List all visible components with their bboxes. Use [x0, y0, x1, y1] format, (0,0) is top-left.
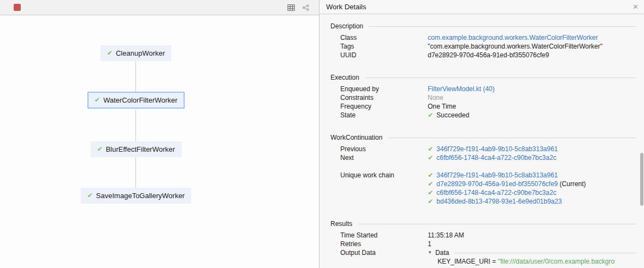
- node-label: WaterColorFilterWorker: [103, 96, 178, 105]
- state-value: Succeeded: [436, 111, 469, 119]
- detail-row-chain-2: ✔c6fbf656-1748-4ca4-a722-c90be7bc3a2c: [320, 188, 644, 197]
- data-value: "file:///data/user/0/com.example.backgro: [498, 257, 615, 266]
- data-equals: =: [491, 257, 498, 266]
- section-work-continuation: WorkContinuation Previous ✔346f729e-f191…: [320, 133, 644, 206]
- next-work-link[interactable]: c6fbf656-1748-4ca4-a722-c90be7bc3a2c: [436, 154, 557, 162]
- graph-edge: [135, 110, 136, 141]
- chain-work-link[interactable]: 346f729e-f191-4ab9-9b10-5c8ab313a961: [436, 171, 558, 179]
- detail-row-chain-0: Unique work chain ✔346f729e-f191-4ab9-9b…: [320, 171, 644, 180]
- graph-node-watercolor-filter-worker[interactable]: ✔ WaterColorFilterWorker: [87, 92, 185, 109]
- frequency-value: One Time: [428, 102, 644, 111]
- divider: [454, 253, 636, 253]
- section-heading-label: WorkContinuation: [330, 133, 382, 142]
- row-label: Next: [340, 153, 428, 162]
- section-heading-label: Execution: [330, 73, 359, 82]
- section-heading-label: Description: [330, 22, 363, 31]
- success-check-icon: ✔: [97, 145, 103, 154]
- vertical-scrollbar[interactable]: [640, 153, 643, 206]
- chain-work-link[interactable]: bd436ded-8b13-4798-93e1-6e9ed01b9a23: [436, 198, 562, 205]
- detail-row-enqueued-by: Enqueued by FilterViewModel.kt (40): [320, 85, 644, 93]
- section-results: Results Time Started 11:35:18 AM Retries…: [320, 219, 644, 266]
- row-label: Previous: [340, 145, 428, 153]
- chain-current-suffix: (Current): [558, 180, 586, 188]
- retries-value: 1: [428, 240, 644, 248]
- work-details-panel: Work Details ✕ Description Class com.exa…: [320, 0, 644, 268]
- detail-row-tags: Tags "com.example.background.workers.Wat…: [320, 42, 644, 51]
- graph-node-cleanup-worker[interactable]: ✔ CleanupWorker: [101, 45, 172, 61]
- row-label: Output Data: [340, 248, 428, 257]
- success-check-icon: ✔: [428, 145, 433, 153]
- row-label: Frequency: [340, 102, 428, 111]
- stop-icon[interactable]: [14, 4, 21, 11]
- tags-value: "com.example.background.workers.WaterCol…: [428, 42, 644, 51]
- row-label: Class: [340, 33, 428, 42]
- success-check-icon: ✔: [428, 171, 433, 179]
- success-check-icon: ✔: [428, 180, 433, 188]
- detail-row-uuid: UUID d7e28929-970d-456a-91ed-bf355076cfe…: [320, 51, 644, 59]
- detail-row-chain-3: ✔bd436ded-8b13-4798-93e1-6e9ed01b9a23: [320, 197, 644, 206]
- work-details-body: Description Class com.example.background…: [320, 14, 644, 266]
- section-execution: Execution Enqueued by FilterViewModel.kt…: [320, 73, 644, 120]
- success-check-icon: ✔: [428, 189, 433, 196]
- section-description: Description Class com.example.background…: [320, 22, 644, 59]
- divider: [369, 26, 636, 27]
- detail-row-key-image-uri: KEY_IMAGE_URI = "file:///data/user/0/com…: [320, 257, 644, 266]
- data-heading: Data: [435, 248, 449, 257]
- row-label: Tags: [340, 42, 428, 51]
- detail-row-retries: Retries 1: [320, 240, 644, 248]
- previous-work-link[interactable]: 346f729e-f191-4ab9-9b10-5c8ab313a961: [436, 145, 558, 153]
- detail-row-output-data: Output Data ▼ Data: [320, 248, 644, 257]
- chain-work-link[interactable]: d7e28929-970d-456a-91ed-bf355076cfe9: [436, 180, 558, 188]
- close-icon[interactable]: ✕: [633, 3, 639, 11]
- chain-work-link[interactable]: c6fbf656-1748-4ca4-a722-c90be7bc3a2c: [436, 189, 557, 196]
- graph-toolbar: [0, 0, 319, 15]
- graph-node-save-image-to-gallery-worker[interactable]: ✔ SaveImageToGalleryWorker: [81, 188, 191, 204]
- detail-row-next: Next ✔c6fbf656-1748-4ca4-a722-c90be7bc3a…: [320, 153, 644, 162]
- row-label: Constraints: [340, 93, 428, 102]
- collapse-arrow-icon[interactable]: ▼: [428, 248, 432, 257]
- divider: [388, 138, 636, 138]
- success-check-icon: ✔: [428, 111, 433, 119]
- work-details-header: Work Details ✕: [320, 0, 644, 14]
- detail-row-time-started: Time Started 11:35:18 AM: [320, 231, 644, 240]
- time-started-value: 11:35:18 AM: [428, 231, 644, 240]
- data-key: KEY_IMAGE_URI: [438, 257, 491, 266]
- uuid-value: d7e28929-970d-456a-91ed-bf355076cfe9: [428, 51, 644, 59]
- success-check-icon: ✔: [107, 49, 113, 58]
- success-check-icon: ✔: [428, 154, 433, 162]
- success-check-icon: ✔: [428, 198, 433, 205]
- table-view-icon[interactable]: [287, 3, 296, 12]
- divider: [365, 78, 636, 78]
- detail-row-constraints: Constraints None: [320, 93, 644, 102]
- detail-row-state: State ✔Succeeded: [320, 111, 644, 120]
- enqueued-by-link[interactable]: FilterViewModel.kt (40): [428, 85, 494, 93]
- row-label: UUID: [340, 51, 428, 59]
- constraints-value: None: [428, 93, 644, 102]
- graph-edge: [135, 61, 136, 92]
- success-check-icon: ✔: [94, 96, 100, 105]
- graph-node-blur-effect-filter-worker[interactable]: ✔ BlurEffectFilterWorker: [91, 141, 182, 157]
- detail-row-class: Class com.example.background.workers.Wat…: [320, 33, 644, 42]
- background-task-inspector: ✔ CleanupWorker ✔ WaterColorFilterWorker…: [0, 0, 644, 268]
- detail-row-frequency: Frequency One Time: [320, 102, 644, 111]
- node-label: SaveImageToGalleryWorker: [96, 191, 185, 200]
- node-label: CleanupWorker: [116, 49, 165, 58]
- row-label: Retries: [340, 240, 428, 248]
- graph-panel: ✔ CleanupWorker ✔ WaterColorFilterWorker…: [0, 0, 320, 268]
- detail-row-previous: Previous ✔346f729e-f191-4ab9-9b10-5c8ab3…: [320, 145, 644, 153]
- row-label: State: [340, 111, 428, 120]
- divider: [358, 224, 636, 224]
- section-heading-label: Results: [330, 219, 352, 228]
- detail-row-chain-1: ✔d7e28929-970d-456a-91ed-bf355076cfe9 (C…: [320, 180, 644, 188]
- row-label: Unique work chain: [340, 171, 428, 180]
- row-label: Enqueued by: [340, 85, 428, 93]
- row-label: Time Started: [340, 231, 428, 240]
- graph-edge: [135, 157, 136, 188]
- class-link[interactable]: com.example.background.workers.WaterColo…: [428, 34, 598, 41]
- panel-title: Work Details: [326, 3, 366, 11]
- node-label: BlurEffectFilterWorker: [106, 145, 175, 154]
- work-graph: ✔ CleanupWorker ✔ WaterColorFilterWorker…: [0, 15, 319, 268]
- success-check-icon: ✔: [87, 191, 93, 200]
- graph-view-icon[interactable]: [301, 3, 310, 12]
